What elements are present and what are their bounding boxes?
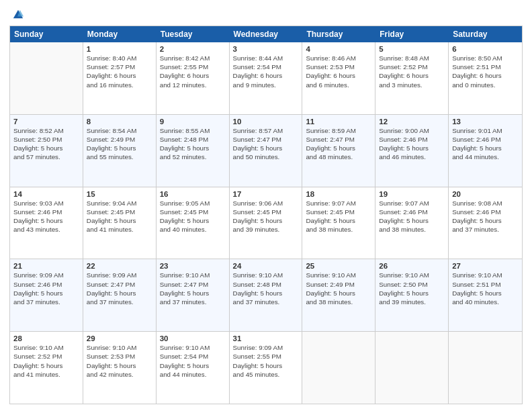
calendar-cell: 16Sunrise: 9:05 AM Sunset: 2:45 PM Dayli… bbox=[157, 187, 230, 259]
cell-info: Sunrise: 9:05 AM Sunset: 2:45 PM Dayligh… bbox=[160, 199, 226, 234]
calendar-cell: 8Sunrise: 8:54 AM Sunset: 2:49 PM Daylig… bbox=[83, 115, 157, 187]
cell-info: Sunrise: 9:10 AM Sunset: 2:50 PM Dayligh… bbox=[379, 271, 445, 306]
day-number: 3 bbox=[233, 45, 299, 53]
cell-info: Sunrise: 9:03 AM Sunset: 2:46 PM Dayligh… bbox=[13, 199, 79, 234]
calendar-row: 28Sunrise: 9:10 AM Sunset: 2:52 PM Dayli… bbox=[10, 332, 522, 404]
calendar-cell: 24Sunrise: 9:10 AM Sunset: 2:48 PM Dayli… bbox=[230, 259, 303, 331]
day-number: 20 bbox=[452, 190, 519, 198]
cell-info: Sunrise: 9:09 AM Sunset: 2:46 PM Dayligh… bbox=[13, 271, 79, 306]
calendar-cell: 12Sunrise: 9:00 AM Sunset: 2:46 PM Dayli… bbox=[375, 115, 449, 187]
cell-info: Sunrise: 9:10 AM Sunset: 2:53 PM Dayligh… bbox=[87, 343, 152, 379]
cell-info: Sunrise: 9:08 AM Sunset: 2:46 PM Dayligh… bbox=[452, 199, 519, 234]
cell-info: Sunrise: 9:10 AM Sunset: 2:49 PM Dayligh… bbox=[306, 271, 371, 306]
day-number: 4 bbox=[306, 45, 371, 53]
calendar-cell: 9Sunrise: 8:55 AM Sunset: 2:48 PM Daylig… bbox=[157, 115, 230, 187]
day-number: 5 bbox=[379, 45, 445, 53]
calendar-cell: 18Sunrise: 9:07 AM Sunset: 2:45 PM Dayli… bbox=[302, 187, 375, 259]
calendar-cell: 21Sunrise: 9:09 AM Sunset: 2:46 PM Dayli… bbox=[10, 259, 83, 331]
day-number: 24 bbox=[233, 262, 299, 270]
day-number: 6 bbox=[452, 45, 519, 53]
weekday-header: Monday bbox=[83, 26, 157, 42]
day-number: 11 bbox=[306, 118, 371, 126]
day-number: 8 bbox=[87, 118, 152, 126]
day-number: 21 bbox=[13, 262, 79, 270]
calendar-cell: 26Sunrise: 9:10 AM Sunset: 2:50 PM Dayli… bbox=[375, 259, 449, 331]
day-number: 14 bbox=[13, 190, 79, 198]
day-number: 31 bbox=[233, 334, 299, 342]
cell-info: Sunrise: 9:10 AM Sunset: 2:54 PM Dayligh… bbox=[160, 343, 226, 379]
header bbox=[9, 8, 523, 20]
day-number: 27 bbox=[452, 262, 519, 270]
day-number: 28 bbox=[13, 334, 79, 342]
cell-info: Sunrise: 8:40 AM Sunset: 2:57 PM Dayligh… bbox=[87, 54, 152, 89]
calendar-header: SundayMondayTuesdayWednesdayThursdayFrid… bbox=[10, 26, 522, 42]
calendar-cell: 15Sunrise: 9:04 AM Sunset: 2:45 PM Dayli… bbox=[83, 187, 157, 259]
calendar: SundayMondayTuesdayWednesdayThursdayFrid… bbox=[9, 26, 523, 404]
day-number: 16 bbox=[160, 190, 226, 198]
day-number: 26 bbox=[379, 262, 445, 270]
day-number: 18 bbox=[306, 190, 371, 198]
cell-info: Sunrise: 9:10 AM Sunset: 2:51 PM Dayligh… bbox=[452, 271, 519, 306]
calendar-cell: 6Sunrise: 8:50 AM Sunset: 2:51 PM Daylig… bbox=[449, 42, 522, 114]
day-number: 23 bbox=[160, 262, 226, 270]
calendar-cell: 14Sunrise: 9:03 AM Sunset: 2:46 PM Dayli… bbox=[10, 187, 83, 259]
calendar-cell: 4Sunrise: 8:46 AM Sunset: 2:53 PM Daylig… bbox=[302, 42, 375, 114]
calendar-body: 1Sunrise: 8:40 AM Sunset: 2:57 PM Daylig… bbox=[10, 42, 522, 404]
cell-info: Sunrise: 8:59 AM Sunset: 2:47 PM Dayligh… bbox=[306, 126, 371, 162]
calendar-cell bbox=[375, 332, 449, 404]
cell-info: Sunrise: 8:42 AM Sunset: 2:55 PM Dayligh… bbox=[160, 54, 226, 89]
calendar-cell: 1Sunrise: 8:40 AM Sunset: 2:57 PM Daylig… bbox=[83, 42, 157, 114]
cell-info: Sunrise: 9:09 AM Sunset: 2:47 PM Dayligh… bbox=[87, 271, 152, 306]
cell-info: Sunrise: 9:06 AM Sunset: 2:45 PM Dayligh… bbox=[233, 199, 299, 234]
cell-info: Sunrise: 8:54 AM Sunset: 2:49 PM Dayligh… bbox=[87, 126, 152, 162]
day-number: 7 bbox=[13, 118, 79, 126]
cell-info: Sunrise: 9:10 AM Sunset: 2:52 PM Dayligh… bbox=[13, 343, 79, 379]
day-number: 12 bbox=[379, 118, 445, 126]
calendar-cell: 25Sunrise: 9:10 AM Sunset: 2:49 PM Dayli… bbox=[302, 259, 375, 331]
day-number: 13 bbox=[452, 118, 519, 126]
calendar-cell: 7Sunrise: 8:52 AM Sunset: 2:50 PM Daylig… bbox=[10, 115, 83, 187]
main-container: SundayMondayTuesdayWednesdayThursdayFrid… bbox=[0, 0, 532, 411]
calendar-cell: 22Sunrise: 9:09 AM Sunset: 2:47 PM Dayli… bbox=[83, 259, 157, 331]
day-number: 15 bbox=[87, 190, 152, 198]
calendar-cell bbox=[10, 42, 83, 114]
cell-info: Sunrise: 8:57 AM Sunset: 2:47 PM Dayligh… bbox=[233, 126, 299, 162]
weekday-header: Friday bbox=[375, 26, 449, 42]
calendar-cell: 3Sunrise: 8:44 AM Sunset: 2:54 PM Daylig… bbox=[230, 42, 303, 114]
day-number: 17 bbox=[233, 190, 299, 198]
calendar-cell: 28Sunrise: 9:10 AM Sunset: 2:52 PM Dayli… bbox=[10, 332, 83, 404]
calendar-cell: 2Sunrise: 8:42 AM Sunset: 2:55 PM Daylig… bbox=[157, 42, 230, 114]
day-number: 2 bbox=[160, 45, 226, 53]
cell-info: Sunrise: 8:44 AM Sunset: 2:54 PM Dayligh… bbox=[233, 54, 299, 89]
cell-info: Sunrise: 8:46 AM Sunset: 2:53 PM Dayligh… bbox=[306, 54, 371, 89]
weekday-header: Saturday bbox=[449, 26, 522, 42]
calendar-cell: 31Sunrise: 9:09 AM Sunset: 2:55 PM Dayli… bbox=[230, 332, 303, 404]
calendar-cell: 27Sunrise: 9:10 AM Sunset: 2:51 PM Dayli… bbox=[449, 259, 522, 331]
calendar-cell bbox=[302, 332, 375, 404]
calendar-cell bbox=[449, 332, 522, 404]
weekday-header: Wednesday bbox=[230, 26, 303, 42]
cell-info: Sunrise: 9:10 AM Sunset: 2:47 PM Dayligh… bbox=[160, 271, 226, 306]
calendar-cell: 11Sunrise: 8:59 AM Sunset: 2:47 PM Dayli… bbox=[302, 115, 375, 187]
cell-info: Sunrise: 9:09 AM Sunset: 2:55 PM Dayligh… bbox=[233, 343, 299, 379]
day-number: 29 bbox=[87, 334, 152, 342]
cell-info: Sunrise: 9:07 AM Sunset: 2:46 PM Dayligh… bbox=[379, 199, 445, 234]
day-number: 19 bbox=[379, 190, 445, 198]
day-number: 30 bbox=[160, 334, 226, 342]
calendar-row: 14Sunrise: 9:03 AM Sunset: 2:46 PM Dayli… bbox=[10, 187, 522, 260]
weekday-header: Sunday bbox=[10, 26, 83, 42]
calendar-cell: 10Sunrise: 8:57 AM Sunset: 2:47 PM Dayli… bbox=[230, 115, 303, 187]
calendar-cell: 13Sunrise: 9:01 AM Sunset: 2:46 PM Dayli… bbox=[449, 115, 522, 187]
cell-info: Sunrise: 9:04 AM Sunset: 2:45 PM Dayligh… bbox=[87, 199, 152, 234]
calendar-row: 1Sunrise: 8:40 AM Sunset: 2:57 PM Daylig… bbox=[10, 42, 522, 115]
cell-info: Sunrise: 8:52 AM Sunset: 2:50 PM Dayligh… bbox=[13, 126, 79, 162]
day-number: 22 bbox=[87, 262, 152, 270]
cell-info: Sunrise: 8:48 AM Sunset: 2:52 PM Dayligh… bbox=[379, 54, 445, 89]
cell-info: Sunrise: 9:01 AM Sunset: 2:46 PM Dayligh… bbox=[452, 126, 519, 162]
calendar-cell: 19Sunrise: 9:07 AM Sunset: 2:46 PM Dayli… bbox=[375, 187, 449, 259]
cell-info: Sunrise: 8:50 AM Sunset: 2:51 PM Dayligh… bbox=[452, 54, 519, 89]
weekday-header: Thursday bbox=[302, 26, 375, 42]
calendar-cell: 23Sunrise: 9:10 AM Sunset: 2:47 PM Dayli… bbox=[157, 259, 230, 331]
calendar-row: 7Sunrise: 8:52 AM Sunset: 2:50 PM Daylig… bbox=[10, 115, 522, 187]
weekday-header: Tuesday bbox=[157, 26, 230, 42]
